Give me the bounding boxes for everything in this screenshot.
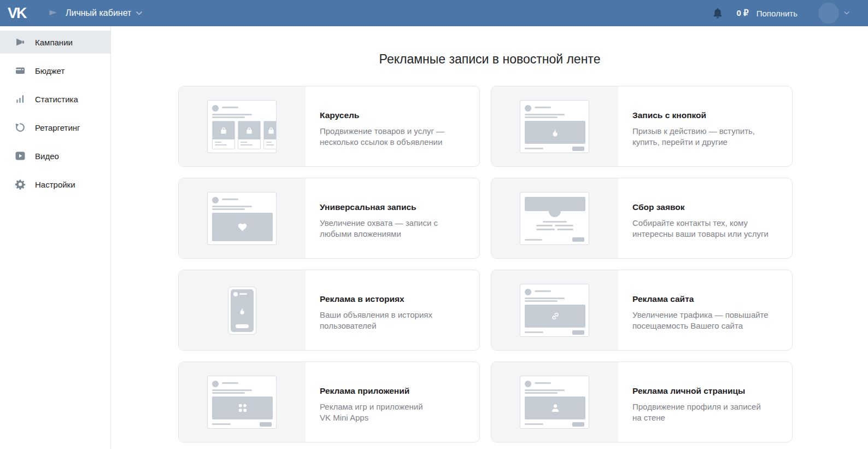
undo-arrow-icon xyxy=(15,122,26,133)
topup-button[interactable]: Пополнить xyxy=(756,9,797,18)
sidebar-item-video[interactable]: Видео xyxy=(0,144,110,167)
card-description: Продвижение профиля и записей на стене xyxy=(632,401,761,423)
video-icon xyxy=(15,150,26,161)
shopping-bag-icon xyxy=(245,127,253,135)
sidebar-item-label: Видео xyxy=(35,151,59,161)
gear-icon xyxy=(15,179,26,190)
sidebar-item-retargeting[interactable]: Ретаргетинг xyxy=(0,116,110,139)
shopping-bag-icon xyxy=(267,127,275,135)
chevron-down-icon[interactable] xyxy=(844,11,849,15)
ad-format-card-post-with-button[interactable]: Запись с кнопкой Призыв к действию — вст… xyxy=(491,86,793,167)
sidebar-item-label: Бюджет xyxy=(35,66,64,75)
main-content: Рекламные записи в новостной ленте xyxy=(112,52,868,442)
sidebar-item-label: Настройки xyxy=(35,180,75,189)
ad-format-card-stories[interactable]: Реклама в историях Ваши объявления в ист… xyxy=(178,270,480,351)
ad-format-card-apps[interactable]: Реклама приложений Реклама игр и приложе… xyxy=(178,361,480,442)
ad-format-card-website[interactable]: Реклама сайта Увеличение трафика — повыш… xyxy=(491,270,793,351)
carousel-post-illustration xyxy=(179,86,306,166)
card-title: Универсальная запись xyxy=(320,202,438,212)
chevron-down-icon xyxy=(136,11,142,15)
sidebar-item-budget[interactable]: Бюджет xyxy=(0,59,110,82)
flag-icon xyxy=(48,8,58,19)
person-icon xyxy=(550,403,560,413)
card-title: Реклама в историях xyxy=(320,294,432,304)
card-title: Запись с кнопкой xyxy=(632,110,755,120)
sidebar-item-label: Статистика xyxy=(35,95,78,104)
link-icon xyxy=(550,311,560,321)
post-heart-illustration xyxy=(179,178,306,258)
lead-form-illustration xyxy=(491,178,618,258)
heart-icon xyxy=(237,222,248,232)
mini-apps-icon xyxy=(238,404,247,412)
card-description: Ваши объявления в историях пользователей xyxy=(320,310,432,331)
ad-format-grid: Карусель Продвижение товаров и услуг — н… xyxy=(178,86,793,442)
top-bar: VK Личный кабинет 0 ₽ Пополнить xyxy=(0,0,868,26)
sidebar-item-settings[interactable]: Настройки xyxy=(0,173,110,196)
workspace-label: Личный кабинет xyxy=(66,8,131,18)
card-title: Карусель xyxy=(320,110,444,120)
avatar[interactable] xyxy=(818,3,839,24)
balance-amount: 0 ₽ xyxy=(737,8,749,18)
bell-icon[interactable] xyxy=(712,7,724,19)
ad-format-card-carousel[interactable]: Карусель Продвижение товаров и услуг — н… xyxy=(178,86,480,167)
megaphone-icon xyxy=(15,37,26,48)
card-title: Реклама приложений xyxy=(320,386,423,396)
flame-icon xyxy=(550,128,560,137)
sidebar-item-campaigns[interactable]: Кампании xyxy=(0,31,110,54)
post-apps-illustration xyxy=(179,362,306,442)
sidebar-item-label: Ретаргетинг xyxy=(35,123,80,132)
card-description: Собирайте контакты тех, кому интересны в… xyxy=(632,218,769,240)
story-phone-illustration xyxy=(179,270,306,350)
bar-chart-icon xyxy=(15,94,26,104)
flame-icon xyxy=(238,307,247,315)
post-button-illustration xyxy=(491,86,618,166)
card-description: Увеличение охвата — записи с любыми влож… xyxy=(320,218,438,240)
sidebar-item-label: Кампании xyxy=(35,38,73,47)
ad-format-card-lead-form[interactable]: Сбор заявок Собирайте контакты тех, кому… xyxy=(491,178,793,259)
ad-format-card-personal-page[interactable]: Реклама личной страницы Продвижение проф… xyxy=(491,361,793,442)
workspace-dropdown[interactable]: Личный кабинет xyxy=(66,8,142,18)
post-person-illustration xyxy=(491,362,618,442)
page-title: Рекламные записи в новостной ленте xyxy=(112,52,868,67)
card-description: Продвижение товаров и услуг — несколько … xyxy=(320,126,444,148)
wallet-icon xyxy=(15,65,26,76)
vk-logo[interactable]: VK xyxy=(8,5,34,22)
card-description: Увеличение трафика — повышайте посещаемо… xyxy=(632,310,769,331)
card-description: Реклама игр и приложений VK Mini Apps xyxy=(320,401,423,423)
card-description: Призыв к действию — вступить, купить, пе… xyxy=(632,126,755,148)
post-link-illustration xyxy=(491,270,618,350)
ad-format-card-universal-post[interactable]: Универсальная запись Увеличение охвата —… xyxy=(178,178,480,259)
shopping-bag-icon xyxy=(220,127,227,135)
card-title: Реклама личной страницы xyxy=(632,386,761,396)
sidebar: Кампании Бюджет Статистика Ретаргетинг В… xyxy=(0,26,111,449)
card-title: Реклама сайта xyxy=(632,294,769,304)
sidebar-item-statistics[interactable]: Статистика xyxy=(0,88,110,110)
card-title: Сбор заявок xyxy=(632,202,769,212)
